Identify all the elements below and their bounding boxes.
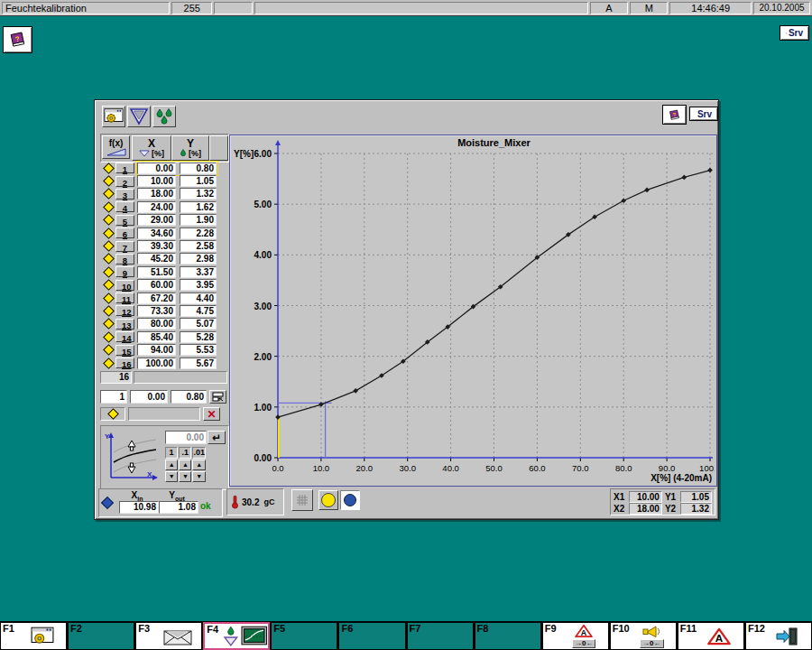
y-value-cell[interactable]: 1.32 — [180, 188, 217, 200]
x-value-cell[interactable]: 80.00 — [137, 318, 176, 330]
row-number-button[interactable]: 4 — [115, 201, 134, 212]
table-footer: 16 — [100, 371, 227, 385]
y-value-cell[interactable]: 3.95 — [180, 279, 217, 291]
dialog-srv-button[interactable]: Srv — [689, 107, 718, 121]
y-value-cell[interactable]: 2.98 — [180, 253, 217, 265]
y-value-cell[interactable]: 1.90 — [180, 214, 217, 226]
row-number-button[interactable]: 3 — [115, 189, 134, 200]
row-number-button[interactable]: 14 — [115, 331, 134, 342]
row-number-button[interactable]: 7 — [115, 241, 134, 252]
increment-1-button[interactable]: ▲ — [165, 460, 178, 470]
fkey-f3[interactable]: F3 — [135, 622, 202, 650]
row-number-button[interactable]: 9 — [115, 266, 134, 277]
x-value-cell[interactable]: 29.00 — [137, 214, 176, 226]
x-value-cell[interactable]: 39.30 — [137, 240, 176, 252]
x-value-cell[interactable]: 24.00 — [137, 201, 176, 213]
y-value-cell[interactable]: 0.80 — [180, 162, 217, 174]
increment-001-button[interactable]: ▲ — [192, 460, 206, 470]
table-row: 210.001.05 — [100, 174, 227, 187]
x1-label: X1 — [614, 492, 626, 502]
insert-point-button[interactable] — [209, 390, 226, 404]
y-value-cell[interactable]: 5.28 — [180, 331, 217, 343]
decrement-1-button[interactable]: ▼ — [165, 471, 178, 482]
y-value-cell[interactable]: 3.37 — [180, 266, 217, 278]
yellow-point-toggle-button[interactable] — [318, 490, 338, 510]
increment-01-button[interactable]: ▲ — [179, 460, 191, 470]
x-value-cell[interactable]: 45.20 — [137, 253, 176, 265]
point-y-field[interactable]: 0.80 — [171, 390, 207, 404]
x-value-cell[interactable]: 10.00 — [137, 175, 176, 187]
delete-point-button[interactable]: ✕ — [203, 407, 220, 421]
y-value-cell[interactable]: 1.62 — [180, 201, 217, 213]
decrement-01-button[interactable]: ▼ — [179, 471, 191, 482]
enter-button[interactable]: ↵ — [208, 431, 226, 444]
row-number-button[interactable]: 1 — [115, 162, 134, 173]
row-number-button[interactable]: 12 — [115, 305, 134, 316]
y-value-cell[interactable]: 2.28 — [180, 228, 217, 239]
x-value-cell[interactable]: 85.40 — [137, 331, 176, 343]
desktop-srv-button[interactable]: Srv — [780, 25, 809, 41]
x-value-cell[interactable]: 18.00 — [137, 188, 176, 200]
row-cells: 67.204.40 — [137, 292, 217, 304]
x-value-cell[interactable]: 73.30 — [137, 305, 176, 317]
y-header-unit: [%] — [189, 149, 201, 158]
settings-window-button[interactable] — [102, 106, 125, 127]
row-number-button[interactable]: 11 — [115, 292, 134, 303]
y-value-cell[interactable]: 5.07 — [180, 318, 217, 330]
fkey-f11[interactable]: F11 A — [678, 622, 744, 650]
funnel-button[interactable] — [127, 106, 151, 127]
x-value-cell[interactable]: 100.00 — [137, 358, 176, 369]
y-value-cell[interactable]: 1.05 — [180, 175, 217, 187]
x-value-cell[interactable]: 60.00 — [137, 279, 176, 291]
point-index-field[interactable]: 1 — [100, 390, 127, 404]
fkey-f7[interactable]: F7 — [407, 622, 474, 650]
fkey-f8[interactable]: F8 — [475, 622, 541, 650]
row-cells: 10.001.05 — [137, 175, 217, 187]
x-value-cell[interactable]: 34.60 — [137, 228, 176, 239]
grid-toggle-button[interactable] — [291, 489, 313, 511]
y-value-cell[interactable]: 5.67 — [180, 358, 217, 369]
x-value-cell[interactable]: 0.00 — [137, 162, 176, 174]
drops-button[interactable] — [152, 106, 176, 127]
y-value-cell[interactable]: 4.75 — [180, 305, 217, 317]
row-number-button[interactable]: 5 — [115, 215, 134, 226]
x-value-cell[interactable]: 94.00 — [137, 344, 176, 356]
fkey-f1[interactable]: F1 — [0, 622, 67, 650]
row-number-button[interactable]: 16 — [115, 358, 134, 368]
x-value-cell[interactable]: 67.20 — [137, 292, 176, 304]
help-book-button[interactable]: ? — [3, 26, 32, 53]
x-value-cell[interactable]: 51.50 — [137, 266, 176, 278]
yout-value: 1.08 — [159, 501, 198, 514]
x-axis-label: X[%] (4-20mA) — [651, 473, 712, 483]
y-value-cell[interactable]: 5.53 — [180, 344, 217, 356]
fkey-f6[interactable]: F6 — [338, 622, 405, 650]
row-number-button[interactable]: 6 — [115, 228, 134, 238]
fx-button[interactable]: f(x) — [102, 135, 130, 159]
y-value-cell[interactable]: 4.40 — [180, 292, 217, 304]
point-x-field[interactable]: 0.00 — [130, 390, 168, 404]
fkey-f2[interactable]: F2 — [68, 622, 134, 650]
point-diamond-icon — [103, 331, 115, 343]
row-number-button[interactable]: 10 — [115, 280, 134, 291]
fkey-f12[interactable]: F12 — [745, 622, 812, 650]
dialog-help-book-button[interactable]: ? — [662, 105, 687, 125]
x-tick-label: 30.0 — [399, 463, 416, 473]
fkey-f5[interactable]: F5 — [271, 622, 337, 650]
row-cells: 29.001.90 — [137, 214, 217, 226]
fkey-f4[interactable]: F4 — [203, 622, 270, 650]
drop-funnel-icon — [223, 626, 239, 647]
row-number-button[interactable]: 2 — [115, 176, 134, 187]
fkey-f10[interactable]: F10 →0← — [610, 622, 677, 650]
y-value-cell[interactable]: 2.58 — [180, 240, 217, 252]
row-number-button[interactable]: 15 — [115, 345, 134, 356]
decrement-001-button[interactable]: ▼ — [192, 471, 206, 482]
fkey-f9[interactable]: F9 A →0← — [542, 622, 609, 650]
table-row: 1485.405.28 — [100, 330, 227, 343]
row-number-button[interactable]: 13 — [115, 319, 134, 330]
blue-point-toggle-button[interactable] — [340, 490, 360, 510]
book-help-icon: ? — [9, 30, 26, 50]
x1-value: 10.00 — [629, 491, 662, 503]
point-diamond-icon — [103, 305, 115, 317]
row-number-button[interactable]: 8 — [115, 254, 134, 265]
point-diamond-icon — [103, 292, 115, 304]
